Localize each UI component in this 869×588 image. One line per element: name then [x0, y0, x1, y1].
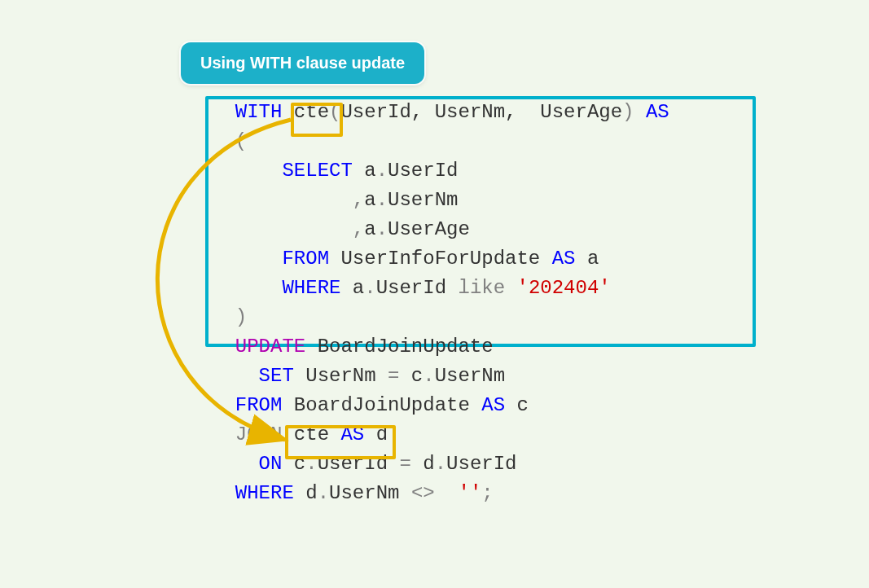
code-line-10: SET UserNm = c.UserNm: [212, 362, 766, 391]
code-line-7: WHERE a.UserId like '202404': [212, 274, 766, 303]
code-line-4: ,a.UserNm: [212, 186, 766, 215]
code-line-2: (: [212, 127, 766, 156]
title-badge-label: Using WITH clause update: [200, 54, 405, 72]
sql-code-block: WITH cte(UserId, UserNm, UserAge) AS ( S…: [212, 98, 766, 508]
code-line-11: FROM BoardJoinUpdate AS c: [212, 391, 766, 420]
code-line-3: SELECT a.UserId: [212, 156, 766, 186]
code-line-13: ON c.UserId = d.UserId: [212, 450, 766, 479]
code-line-1: WITH cte(UserId, UserNm, UserAge) AS: [212, 98, 766, 127]
code-line-9: UPDATE BoardJoinUpdate: [212, 332, 766, 362]
code-line-6: FROM UserInfoForUpdate AS a: [212, 244, 766, 274]
code-line-12: JOIN cte AS d: [212, 420, 766, 450]
code-line-5: ,a.UserAge: [212, 215, 766, 244]
code-line-8: ): [212, 303, 766, 332]
code-line-14: WHERE d.UserNm <> '';: [212, 479, 766, 508]
title-badge: Using WITH clause update: [181, 42, 424, 84]
